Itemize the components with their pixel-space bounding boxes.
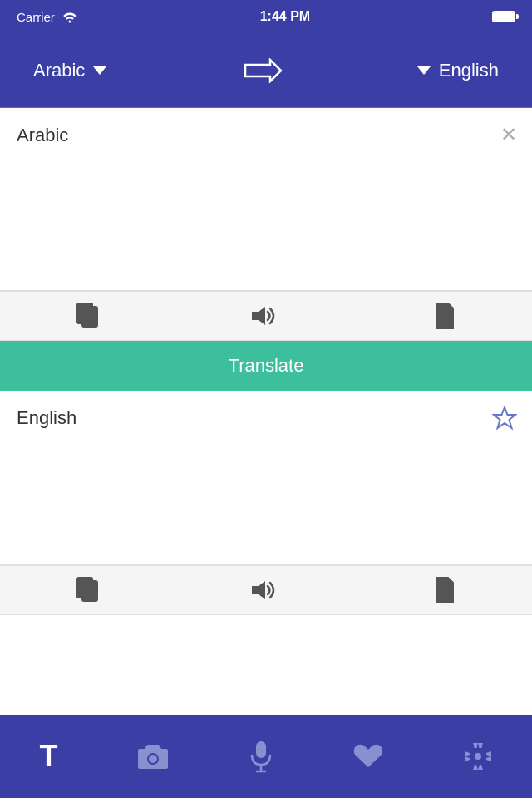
source-language-arrow [93,66,106,75]
svg-rect-12 [256,741,266,758]
target-language-arrow [417,66,431,75]
source-copy-button[interactable] [51,293,126,338]
svg-marker-5 [494,407,515,428]
target-text-output-area [17,429,515,537]
swap-languages-button[interactable] [241,58,283,83]
text-icon: T [39,739,57,774]
source-text-panel: Arabic ✕ [0,108,532,291]
svg-rect-8 [77,578,92,598]
target-copy-button[interactable] [51,568,126,613]
battery-icon [492,11,515,22]
settings-icon [463,741,493,771]
target-share-button[interactable] [408,568,481,613]
language-bar: Arabic English [0,33,532,108]
carrier-label: Carrier [17,10,55,24]
translate-button-label: Translate [229,355,304,377]
svg-rect-3 [77,303,92,323]
heart-icon [352,742,384,771]
target-language-title: English [17,407,515,429]
nav-settings-button[interactable] [455,733,501,780]
svg-point-11 [149,755,157,763]
source-text-input-area[interactable] [17,155,515,263]
source-toolbar [0,291,532,341]
swap-icon [241,58,283,83]
svg-marker-4 [252,307,265,325]
target-language-label: English [439,60,499,81]
wifi-icon [62,10,78,23]
target-speaker-button[interactable] [227,569,307,611]
favorite-button[interactable] [492,406,517,434]
source-share-button[interactable] [408,293,481,338]
speaker-icon [252,303,282,328]
camera-icon [136,742,170,771]
nav-favorites-button[interactable] [344,734,392,779]
source-language-title: Arabic [17,125,515,146]
status-bar: Carrier 1:44 PM [0,0,532,33]
microphone-icon [249,740,273,773]
target-toolbar [0,565,532,615]
file-icon [433,302,456,330]
translate-button[interactable]: Translate [0,341,532,391]
status-right [492,11,515,22]
nav-mic-button[interactable] [240,732,282,781]
svg-marker-9 [252,581,265,599]
speaker-icon-target [252,578,282,603]
target-text-panel: English [0,391,532,565]
nav-camera-button[interactable] [128,734,178,779]
star-icon [492,406,517,431]
source-speaker-button[interactable] [227,295,307,337]
source-language-selector[interactable]: Arabic [33,60,106,81]
copy-icon [76,302,101,330]
target-language-selector[interactable]: English [417,60,499,81]
copy-icon-target [76,576,101,604]
status-time: 1:44 PM [260,9,310,24]
clear-button[interactable]: ✕ [500,123,517,146]
empty-space [0,615,532,732]
nav-text-button[interactable]: T [31,731,66,782]
source-language-label: Arabic [33,60,85,81]
file-icon-target [433,576,456,604]
status-left: Carrier [17,10,78,24]
svg-point-16 [475,753,481,760]
bottom-navigation: T [0,715,532,798]
